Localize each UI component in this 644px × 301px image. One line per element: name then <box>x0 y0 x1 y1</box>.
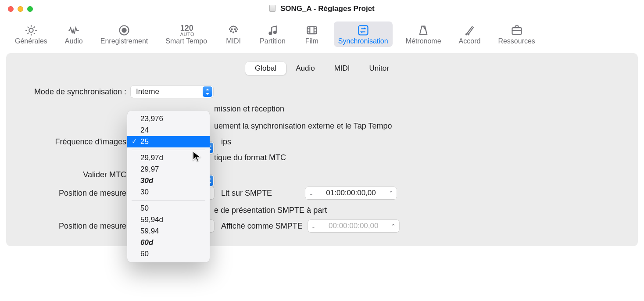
frame-rate-popup-menu: 23,976242529,97d29,9730d305059,94d59,946… <box>127 111 210 262</box>
segmented-control: Global Audio MIDI Unitor <box>244 61 400 76</box>
seg-midi[interactable]: MIDI <box>325 62 360 75</box>
tab-audio[interactable]: Audio <box>61 22 87 47</box>
tab-recording[interactable]: Enregistrement <box>96 22 153 47</box>
mtc-auto-detect-text: tique du format MTC <box>214 153 286 162</box>
stepper-down-icon[interactable]: ⌄ <box>308 223 319 229</box>
svg-point-2 <box>122 28 126 32</box>
seg-unitor[interactable]: Unitor <box>360 62 399 75</box>
tab-general[interactable]: Générales <box>11 22 52 47</box>
form-area: Mode de synchronisation : Interne missio… <box>6 84 638 234</box>
svg-point-4 <box>233 32 234 33</box>
auto-enable-sync-text: uement la synchronisation externe et le … <box>214 122 392 131</box>
svg-rect-10 <box>307 27 316 34</box>
tab-assets[interactable]: Ressources <box>494 22 539 47</box>
svg-point-7 <box>234 29 235 30</box>
content-panel: Global Audio MIDI Unitor Mode de synchro… <box>6 53 638 246</box>
svg-rect-11 <box>358 26 368 35</box>
chevron-updown-icon <box>203 86 212 97</box>
seg-audio[interactable]: Audio <box>286 62 324 75</box>
frame-rate-option[interactable]: 59,94 <box>127 226 210 237</box>
frame-rate-option[interactable]: 24 <box>127 125 210 136</box>
svg-point-12 <box>466 34 467 35</box>
svg-rect-14 <box>512 28 521 34</box>
smpte-value-1-stepper[interactable]: ⌄ 01:00:00:00,00 ⌃ <box>305 187 397 199</box>
frame-rate-option[interactable]: 59,94d <box>127 214 210 226</box>
tab-score[interactable]: Partition <box>255 22 290 47</box>
validate-mtc-label: Valider MTC <box>18 170 131 179</box>
shown-as-smpte-text: Affiché comme SMPTE <box>221 222 303 231</box>
sync-mode-select[interactable]: Interne <box>131 86 213 98</box>
frame-rate-option[interactable]: 30 <box>127 186 210 198</box>
svg-point-6 <box>231 29 232 30</box>
emission-reception-text: mission et réception <box>214 104 284 114</box>
tab-synchronization[interactable]: Synchronisation <box>334 22 393 47</box>
frame-rate-option[interactable]: 25 <box>127 136 210 147</box>
window-title: SONG_A - Réglages Projet <box>0 4 644 13</box>
frame-rate-option[interactable]: 60 <box>127 248 210 260</box>
tab-tuning[interactable]: Accord <box>454 22 485 47</box>
frame-rate-label: Fréquence d'images <box>18 137 131 147</box>
frame-rate-option[interactable]: 23,976 <box>127 113 210 125</box>
tab-metronome[interactable]: Métronome <box>401 22 446 47</box>
smpte-value-2-stepper[interactable]: ⌄ 00:00:00:00,00 ⌃ <box>308 220 399 232</box>
frame-rate-option[interactable]: 30d <box>127 175 210 186</box>
svg-point-5 <box>236 31 236 32</box>
toolbar: Générales Audio Enregistrement 120 AUTO … <box>0 12 644 51</box>
seg-global[interactable]: Global <box>245 62 286 75</box>
frame-rate-option[interactable]: 29,97 <box>127 164 210 175</box>
stepper-up-icon[interactable]: ⌃ <box>385 190 397 197</box>
document-icon <box>269 5 275 12</box>
tab-midi[interactable]: MIDI <box>220 22 247 47</box>
frame-rate-unit: ips <box>221 137 231 147</box>
sync-mode-label: Mode de synchronisation : <box>18 87 131 97</box>
stepper-down-icon[interactable]: ⌄ <box>305 190 317 197</box>
tab-movie[interactable]: Film <box>299 22 325 47</box>
position-label-2: Position de mesure <box>18 222 131 231</box>
smpte-view-offset-text: e de présentation SMPTE à part <box>214 206 327 215</box>
position-label-1: Position de mesure <box>18 189 131 198</box>
frame-rate-option[interactable]: 60d <box>127 237 210 248</box>
frame-rate-option[interactable]: 50 <box>127 203 210 214</box>
svg-point-0 <box>29 28 33 32</box>
svg-point-3 <box>230 31 231 32</box>
tab-smart-tempo[interactable]: 120 AUTO Smart Tempo <box>161 22 211 47</box>
svg-point-13 <box>468 34 469 35</box>
cursor-icon <box>192 150 202 164</box>
reads-on-smpte-text: Lit sur SMPTE <box>221 189 272 198</box>
stepper-up-icon[interactable]: ⌃ <box>388 223 399 229</box>
